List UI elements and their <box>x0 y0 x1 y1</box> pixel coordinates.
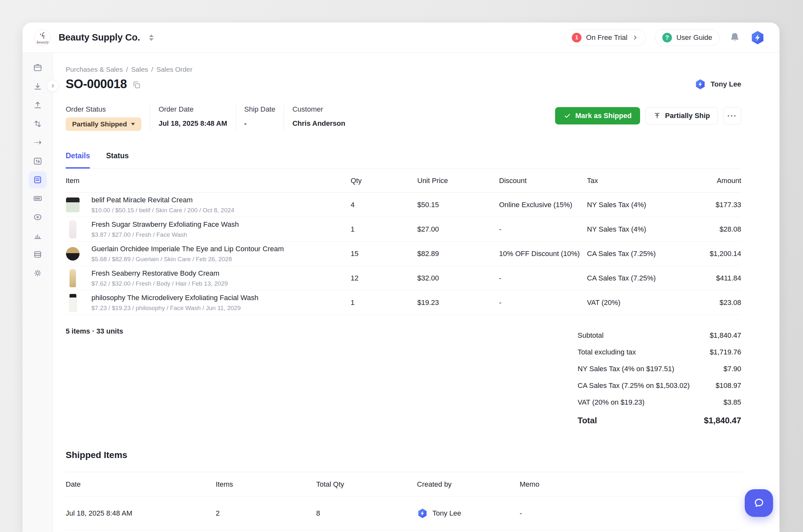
vat-label: VAT (20% on $19.23) <box>578 398 644 406</box>
copy-order-number-button[interactable] <box>132 80 141 90</box>
sidebar-item-upload-icon[interactable] <box>22 96 53 114</box>
more-actions-button[interactable]: ··· <box>723 107 741 125</box>
bell-icon <box>729 32 741 44</box>
question-mark-icon: ? <box>662 33 672 42</box>
logo-word: beauty <box>36 40 49 44</box>
customer-group: Customer Chris Anderson <box>292 105 353 131</box>
top-bar-right: 1 On Free Trial ? User Guide <box>564 29 765 46</box>
sidebar-item-transfer-icon[interactable] <box>22 114 53 133</box>
free-trial-button[interactable]: 1 On Free Trial <box>564 29 645 46</box>
item-details: $7.62 / $32.00 / Fresh / Body / Hair / F… <box>91 280 228 287</box>
ny-sales-tax-value: $7.90 <box>724 365 741 373</box>
breadcrumb-purchases-sales[interactable]: Purchases & Sales <box>66 65 123 73</box>
column-amount: Amount <box>677 176 741 185</box>
column-memo: Memo <box>520 480 741 489</box>
breadcrumb-sales-order[interactable]: Sales Order <box>157 65 193 73</box>
totals-block: Subtotal $1,840.47 Total excluding tax $… <box>578 327 741 429</box>
notifications-bell-icon[interactable] <box>729 32 741 44</box>
item-qty: 4 <box>351 201 417 209</box>
breadcrumb-separator: / <box>151 65 153 73</box>
sidebar-item-reports-icon[interactable] <box>22 226 53 245</box>
desktop-background: beauty Beauty Supply Co. 1 On Free Trial <box>0 0 803 532</box>
product-thumbnail <box>66 244 80 263</box>
table-row[interactable]: belif Peat Miracle Revital Cream $10.00 … <box>66 193 741 217</box>
item-discount: Online Exclusive (15%) <box>499 201 587 209</box>
order-status-group: Order Status Partially Shipped <box>66 105 150 131</box>
sidebar-item-settings-icon[interactable] <box>22 264 53 282</box>
free-trial-label: On Free Trial <box>586 34 627 42</box>
grand-total-label: Total <box>578 416 597 425</box>
product-thumbnail <box>66 269 80 288</box>
company-logo: beauty <box>34 29 51 46</box>
sidebar-item-arrow-right-dashed-icon[interactable] <box>22 133 53 152</box>
breadcrumb: Purchases & Sales / Sales / Sales Order <box>66 65 741 73</box>
ny-sales-tax-row: NY Sales Tax (4% on $197.51) $7.90 <box>578 361 741 377</box>
grand-total-row: Total $1,840.47 <box>578 412 741 429</box>
ship-date-value: - <box>244 119 276 128</box>
ship-date-group: Ship Date - <box>244 105 284 131</box>
ship-upload-icon <box>653 112 661 120</box>
top-bar: beauty Beauty Supply Co. 1 On Free Trial <box>22 22 780 53</box>
table-row[interactable]: Guerlain Orchidee Imperiale The Eye and … <box>66 242 741 266</box>
column-discount: Discount <box>499 176 587 185</box>
customer-value: Chris Anderson <box>292 119 345 128</box>
shipped-row[interactable]: Jul 18, 2025 8:48 AM 2 8 Tony Lee - <box>66 496 741 530</box>
total-excluding-tax-label: Total excluding tax <box>578 348 636 356</box>
sidebar-item-data-icon[interactable] <box>22 245 53 264</box>
partially-ship-button[interactable]: Partially Ship <box>645 107 718 125</box>
title-row: SO-000018 Tony Lee <box>66 77 741 91</box>
column-created-by: Created by <box>417 480 520 489</box>
item-name: belif Peat Miracle Revital Cream <box>91 196 234 204</box>
top-bar-left: beauty Beauty Supply Co. <box>34 29 153 46</box>
more-dots-icon: ··· <box>727 111 737 120</box>
user-guide-button[interactable]: ? User Guide <box>655 29 719 46</box>
item-unit-price: $50.15 <box>417 201 499 209</box>
order-actions: Mark as Shipped Partially Ship ··· <box>555 107 741 125</box>
chat-button[interactable] <box>745 489 773 517</box>
subtotal-label: Subtotal <box>578 331 604 340</box>
sidebar-item-plus-circle-icon[interactable] <box>22 208 53 226</box>
order-status-badge[interactable]: Partially Shipped <box>66 117 141 131</box>
sidebar-item-sales-order-icon[interactable] <box>22 170 53 189</box>
item-qty: 15 <box>351 250 417 258</box>
sidebar-item-package-icon[interactable] <box>22 59 53 77</box>
item-qty: 12 <box>351 274 417 282</box>
partially-ship-label: Partially Ship <box>665 112 710 120</box>
company-switcher-icon[interactable] <box>149 34 153 41</box>
sidebar-expand-button[interactable] <box>47 80 59 92</box>
company-name[interactable]: Beauty Supply Co. <box>59 32 140 43</box>
item-amount: $28.08 <box>677 225 741 233</box>
shipped-items-title: Shipped Items <box>66 450 741 460</box>
item-amount: $177.33 <box>677 201 741 209</box>
subtotal-value: $1,840.47 <box>710 331 741 340</box>
table-row[interactable]: philosophy The Microdelivery Exfoliating… <box>66 290 741 315</box>
item-discount: - <box>499 274 587 282</box>
user-avatar[interactable] <box>750 30 765 45</box>
breadcrumb-separator: / <box>126 65 128 73</box>
ship-date-label: Ship Date <box>244 105 276 114</box>
vat-value: $3.85 <box>724 398 741 406</box>
caret-down-icon <box>131 123 135 126</box>
item-discount: - <box>499 299 587 307</box>
chevron-down-icon <box>149 38 153 41</box>
column-unit-price: Unit Price <box>417 176 499 185</box>
customer-label: Customer <box>292 105 345 114</box>
sidebar-item-stock-adjustment-icon[interactable] <box>22 152 53 170</box>
breadcrumb-sales[interactable]: Sales <box>131 65 148 73</box>
vat-row: VAT (20% on $19.23) $3.85 <box>578 394 741 411</box>
tab-details[interactable]: Details <box>66 152 90 169</box>
product-thumbnail <box>66 293 80 312</box>
order-creator: Tony Lee <box>694 78 741 90</box>
order-date-label: Order Date <box>159 105 227 114</box>
mark-as-shipped-button[interactable]: Mark as Shipped <box>555 107 640 125</box>
ca-sales-tax-label: CA Sales Tax (7.25% on $1,503.02) <box>578 381 690 390</box>
item-name: Guerlain Orchidee Imperiale The Eye and … <box>91 245 284 253</box>
item-unit-price: $19.23 <box>417 299 499 307</box>
sidebar-item-barcode-icon[interactable] <box>22 189 53 208</box>
grand-total-value: $1,840.47 <box>704 416 741 425</box>
tab-status[interactable]: Status <box>106 152 128 169</box>
table-row[interactable]: Fresh Seaberry Restorative Body Cream $7… <box>66 266 741 290</box>
table-row[interactable]: Fresh Sugar Strawberry Exfoliating Face … <box>66 217 741 242</box>
item-discount: 10% OFF Discount (10%) <box>499 250 587 258</box>
column-items: Items <box>216 480 316 489</box>
